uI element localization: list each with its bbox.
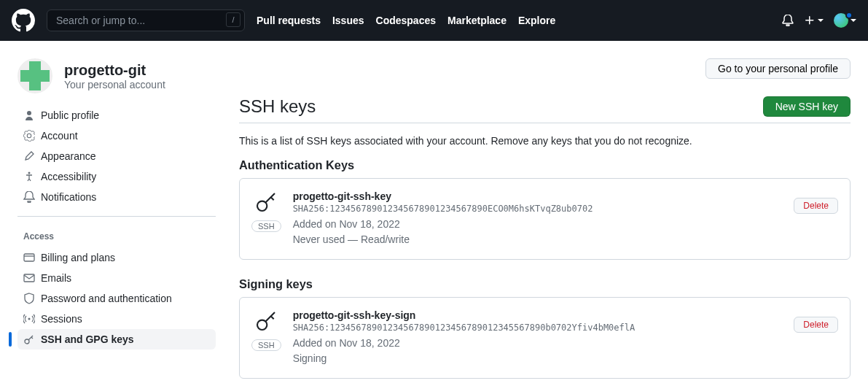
caret-down-icon <box>851 19 856 22</box>
page-description: This is a list of SSH keys associated wi… <box>239 135 851 147</box>
notifications-icon[interactable] <box>782 15 794 26</box>
svg-rect-3 <box>24 274 34 282</box>
sidebar-item-password[interactable]: Password and authentication <box>17 288 216 309</box>
section-access: Access <box>17 225 216 247</box>
svg-point-0 <box>28 172 31 174</box>
sidebar-item-public-profile[interactable]: Public profile <box>17 105 216 126</box>
key-title: progetto-git-ssh-key <box>293 190 783 202</box>
sidebar-item-label: Account <box>41 130 78 142</box>
header-nav: Pull requests Issues Codespaces Marketpl… <box>257 15 555 26</box>
credit-card-icon <box>23 252 35 263</box>
key-added: Added on Nov 18, 2022 <box>293 336 783 351</box>
nav-marketplace[interactable]: Marketplace <box>447 15 507 26</box>
key-icon <box>254 309 278 335</box>
sidebar-item-billing[interactable]: Billing and plans <box>17 247 216 268</box>
auth-key-row: SSH progetto-git-ssh-key SHA256:12345678… <box>239 178 851 260</box>
key-icon <box>254 190 278 216</box>
sidebar-item-label: Accessibility <box>41 171 96 182</box>
nav-codespaces[interactable]: Codespaces <box>376 15 436 26</box>
sidebar-item-notifications[interactable]: Notifications <box>17 187 216 207</box>
signing-keys-heading: Signing keys <box>239 277 851 291</box>
global-header: / Pull requests Issues Codespaces Market… <box>0 0 868 41</box>
sidebar-item-label: Public profile <box>41 109 99 121</box>
auth-keys-heading: Authentication Keys <box>239 158 851 172</box>
delete-key-button[interactable]: Delete <box>794 317 838 333</box>
sidebar-item-label: SSH and GPG keys <box>41 333 134 345</box>
new-ssh-key-button[interactable]: New SSH key <box>763 96 851 117</box>
sidebar-item-account[interactable]: Account <box>17 126 216 146</box>
nav-pull-requests[interactable]: Pull requests <box>257 15 321 26</box>
broadcast-icon <box>23 313 35 325</box>
sidebar-item-label: Notifications <box>41 191 96 203</box>
key-usage: Never used — Read/write <box>293 232 783 247</box>
key-usage: Signing <box>293 351 783 366</box>
main-content: Go to your personal profile SSH keys New… <box>216 41 868 386</box>
sidebar-item-label: Billing and plans <box>41 252 115 263</box>
sidebar-item-accessibility[interactable]: Accessibility <box>17 166 216 187</box>
sidebar-item-appearance[interactable]: Appearance <box>17 146 216 166</box>
user-menu[interactable] <box>834 13 856 28</box>
svg-point-4 <box>28 318 31 320</box>
profile-avatar <box>17 58 52 93</box>
caret-down-icon <box>818 19 824 22</box>
sidebar-item-ssh-gpg[interactable]: SSH and GPG keys <box>17 329 216 350</box>
sidebar-item-label: Password and authentication <box>41 293 172 304</box>
sidebar-item-sessions[interactable]: Sessions <box>17 309 216 329</box>
search-input[interactable] <box>47 9 245 31</box>
add-menu[interactable] <box>804 15 824 26</box>
key-fingerprint: SHA256:123456789012345678901234567890123… <box>293 323 783 333</box>
bell-icon <box>23 191 35 203</box>
key-title: progetto-git-ssh-key-sign <box>293 309 783 321</box>
status-dot <box>845 12 853 19</box>
signing-key-row: SSH progetto-git-ssh-key-sign SHA256:123… <box>239 297 851 379</box>
sidebar-item-label: Sessions <box>41 313 82 325</box>
svg-rect-1 <box>24 254 34 261</box>
header-actions <box>782 13 856 28</box>
slash-hint: / <box>226 12 241 27</box>
sidebar-item-emails[interactable]: Emails <box>17 268 216 288</box>
key-added: Added on Nov 18, 2022 <box>293 217 783 232</box>
nav-explore[interactable]: Explore <box>518 15 555 26</box>
person-icon <box>23 109 35 121</box>
profile-name: progetto-git <box>64 62 165 79</box>
github-logo[interactable] <box>12 9 35 32</box>
sidebar-item-label: Emails <box>41 272 71 284</box>
delete-key-button[interactable]: Delete <box>794 198 838 214</box>
divider <box>17 216 216 217</box>
ssh-badge: SSH <box>251 339 281 351</box>
key-icon <box>23 333 35 345</box>
go-to-profile-button[interactable]: Go to your personal profile <box>705 58 851 79</box>
sidebar-item-label: Appearance <box>41 150 96 162</box>
ssh-badge: SSH <box>251 220 281 232</box>
shield-lock-icon <box>23 293 35 304</box>
paintbrush-icon <box>23 150 35 162</box>
search-wrap: / <box>47 9 245 31</box>
nav-issues[interactable]: Issues <box>332 15 364 26</box>
profile-subtitle: Your personal account <box>64 79 165 90</box>
page-title: SSH keys <box>239 96 316 117</box>
profile-header: progetto-git Your personal account <box>17 58 216 93</box>
key-fingerprint: SHA256:123456789012345678901234567890ECO… <box>293 204 783 214</box>
gear-icon <box>23 130 35 142</box>
accessibility-icon <box>23 171 35 182</box>
mail-icon <box>23 272 35 284</box>
settings-sidebar: progetto-git Your personal account Publi… <box>0 41 216 386</box>
